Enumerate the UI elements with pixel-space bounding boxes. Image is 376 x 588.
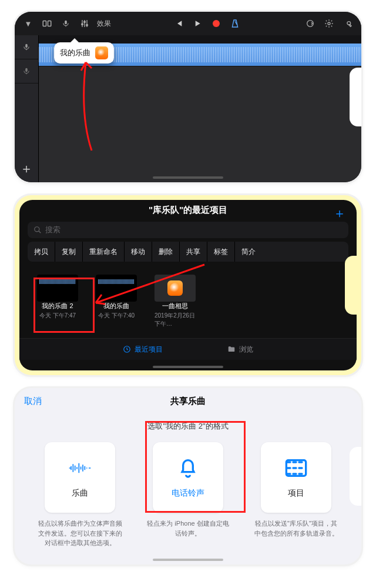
svg-point-3 bbox=[82, 24, 83, 25]
song-name-popover[interactable]: 我的乐曲 bbox=[54, 42, 114, 64]
tab-browse[interactable]: 浏览 bbox=[227, 345, 253, 355]
menu-share[interactable]: 共享 bbox=[180, 242, 207, 262]
track-area: ＋ 我的乐曲 bbox=[15, 35, 361, 182]
card-description: 轻点以发送"库乐队"项目，其中包含您的所有多轨道录音。 bbox=[252, 519, 340, 538]
annotation-arrow bbox=[68, 56, 162, 151]
menu-copy[interactable]: 拷贝 bbox=[28, 242, 55, 262]
page-title: "库乐队"的最近项目 bbox=[19, 200, 357, 216]
svg-rect-8 bbox=[25, 44, 28, 48]
tab-label: 浏览 bbox=[239, 345, 253, 355]
project-thumbnail bbox=[155, 275, 196, 302]
cancel-button[interactable]: 取消 bbox=[24, 396, 42, 407]
song-name-label: 我的乐曲 bbox=[60, 48, 90, 58]
view-toggle-icon[interactable] bbox=[39, 16, 55, 31]
waveform-icon bbox=[68, 456, 92, 480]
share-title: 共享乐曲 bbox=[170, 396, 206, 407]
editor-toolbar: ▼ 效果 bbox=[15, 12, 361, 35]
card-label: 项目 bbox=[288, 488, 304, 499]
svg-rect-2 bbox=[65, 21, 67, 24]
track-head-mic-1[interactable] bbox=[15, 35, 38, 59]
play-icon[interactable] bbox=[190, 16, 205, 31]
track-head-mic-2[interactable] bbox=[15, 59, 38, 83]
clock-icon bbox=[123, 345, 131, 353]
add-button[interactable]: ＋ bbox=[333, 205, 346, 222]
home-indicator bbox=[153, 176, 223, 179]
search-icon bbox=[33, 226, 42, 234]
share-header: 取消 共享乐曲 bbox=[15, 388, 361, 414]
sliders-icon[interactable] bbox=[77, 16, 92, 31]
format-song-card[interactable]: 乐曲 bbox=[45, 442, 115, 513]
card-description: 轻点来为 iPhone 创建自定电话铃声。 bbox=[144, 519, 232, 538]
home-indicator bbox=[153, 366, 223, 368]
svg-rect-0 bbox=[43, 21, 46, 26]
loop-icon[interactable] bbox=[303, 16, 318, 31]
project-date: 2019年2月26日 下午… bbox=[155, 312, 196, 328]
garageband-editor-panel: ▼ 效果 bbox=[15, 12, 361, 182]
annotation-highlight-box bbox=[33, 278, 95, 333]
tab-label: 最近项目 bbox=[135, 345, 163, 355]
svg-point-5 bbox=[86, 24, 88, 26]
menu-tags[interactable]: 标签 bbox=[207, 242, 235, 262]
track-headers: ＋ bbox=[15, 35, 39, 182]
svg-rect-1 bbox=[48, 21, 51, 26]
menu-move[interactable]: 移动 bbox=[125, 242, 152, 262]
card-description: 轻点以将乐曲作为立体声音频文件发送。您可以在接下来的对话框中选取其他选项。 bbox=[36, 519, 124, 548]
settings-icon[interactable] bbox=[321, 16, 337, 31]
wrench-icon[interactable] bbox=[340, 16, 355, 31]
device-notch bbox=[350, 68, 361, 126]
fx-label[interactable]: 效果 bbox=[97, 19, 111, 29]
search-input[interactable]: 搜索 bbox=[28, 222, 348, 238]
context-menu: 拷贝 复制 重新命名 移动 删除 共享 标签 简介 bbox=[28, 242, 348, 262]
menu-rename[interactable]: 重新命名 bbox=[83, 242, 125, 262]
bottom-tab-bar: 最近项目 浏览 bbox=[19, 338, 357, 360]
project-thumbnail bbox=[96, 275, 137, 302]
recent-projects-panel-outer: "库乐队"的最近项目 ＋ 搜索 拷贝 复制 重新命名 移动 删除 共享 标签 简… bbox=[15, 195, 361, 375]
annotation-highlight-box bbox=[145, 421, 246, 513]
home-indicator bbox=[153, 559, 223, 561]
mic-icon[interactable] bbox=[58, 16, 73, 31]
card-label: 乐曲 bbox=[72, 488, 88, 499]
svg-point-4 bbox=[84, 21, 86, 23]
share-sheet-panel: 取消 共享乐曲 选取"我的乐曲 2"的格式 乐曲 轻点以将乐曲作为立体声音频文件… bbox=[15, 388, 361, 564]
recent-projects-panel: "库乐队"的最近项目 ＋ 搜索 拷贝 复制 重新命名 移动 删除 共享 标签 简… bbox=[19, 200, 357, 370]
svg-rect-9 bbox=[25, 68, 28, 72]
add-track-button[interactable]: ＋ bbox=[15, 155, 38, 182]
project-name: 我的乐曲 bbox=[103, 302, 129, 310]
menu-duplicate[interactable]: 复制 bbox=[55, 242, 83, 262]
svg-point-7 bbox=[328, 22, 330, 25]
device-notch bbox=[345, 256, 357, 315]
tracks-icon bbox=[284, 456, 308, 480]
timeline[interactable]: 我的乐曲 bbox=[39, 35, 361, 182]
device-notch bbox=[350, 447, 361, 506]
metronome-icon[interactable] bbox=[227, 16, 243, 31]
project-name: 一曲相思 bbox=[162, 302, 188, 310]
menu-info[interactable]: 简介 bbox=[235, 242, 262, 262]
garageband-app-icon bbox=[167, 280, 183, 296]
folder-icon bbox=[227, 345, 236, 353]
record-icon[interactable] bbox=[209, 16, 224, 31]
tab-recent[interactable]: 最近项目 bbox=[123, 345, 163, 355]
project-item[interactable]: 我的乐曲 今天 下午7:40 bbox=[96, 275, 137, 328]
menu-delete[interactable]: 删除 bbox=[152, 242, 180, 262]
format-project-card[interactable]: 项目 bbox=[261, 442, 331, 513]
garageband-app-icon bbox=[95, 46, 108, 59]
search-placeholder: 搜索 bbox=[45, 225, 61, 235]
svg-point-10 bbox=[35, 227, 39, 232]
rewind-icon[interactable] bbox=[171, 16, 186, 31]
dropdown-icon[interactable]: ▼ bbox=[21, 16, 36, 31]
project-date: 今天 下午7:40 bbox=[98, 312, 135, 320]
project-item[interactable]: 一曲相思 2019年2月26日 下午… bbox=[155, 275, 196, 328]
